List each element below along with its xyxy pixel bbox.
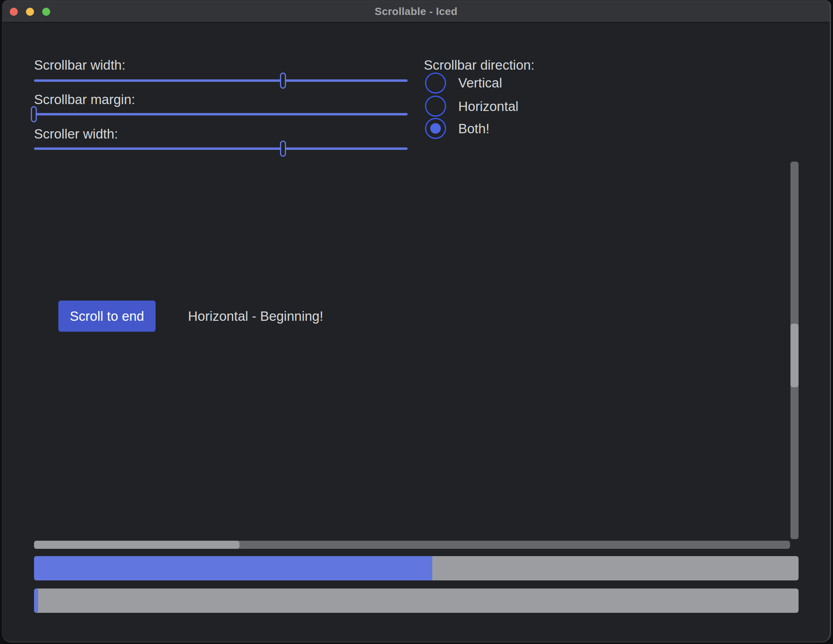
app-window: Scrollable - Iced Scrollbar width: Scrol… <box>2 0 831 642</box>
scroller-width-slider[interactable] <box>34 147 408 150</box>
radio-label-horizontal: Horizontal <box>458 99 519 114</box>
scroll-to-end-button[interactable]: Scroll to end <box>58 301 156 332</box>
scrollbar-margin-label: Scrollbar margin: <box>34 92 135 107</box>
radio-label-vertical: Vertical <box>458 75 502 91</box>
vertical-progress-bar <box>34 589 799 613</box>
scrollbar-direction-label: Scrollbar direction: <box>424 58 534 73</box>
scrollbar-margin-slider[interactable] <box>34 113 408 115</box>
horizontal-scrollbar-thumb[interactable] <box>34 541 239 549</box>
vertical-progress-fill <box>34 589 38 613</box>
scrollbar-width-slider[interactable] <box>34 79 408 82</box>
vertical-scrollbar-thumb[interactable] <box>790 324 799 387</box>
radio-label-both: Both! <box>458 121 489 136</box>
window-title: Scrollable - Iced <box>2 1 830 23</box>
horizontal-progress-bar <box>34 556 799 580</box>
radio-icon-horizontal[interactable] <box>425 96 446 117</box>
scrollbar-width-label: Scrollbar width: <box>34 58 126 73</box>
horizontal-scroll-status-text: Horizontal - Beginning! <box>188 309 323 324</box>
titlebar: Scrollable - Iced <box>2 1 830 23</box>
scroller-width-slider-handle[interactable] <box>280 141 286 157</box>
scrollbar-margin-slider-handle[interactable] <box>31 106 37 122</box>
vertical-scrollbar-track[interactable] <box>790 162 799 539</box>
radio-selected-dot <box>430 123 441 134</box>
scroller-width-label: Scroller width: <box>34 126 118 142</box>
horizontal-scrollbar-track[interactable] <box>34 541 790 549</box>
radio-icon-vertical[interactable] <box>425 73 446 94</box>
scrollbar-width-slider-handle[interactable] <box>280 73 286 89</box>
horizontal-progress-fill <box>34 556 432 580</box>
radio-icon-both-selected[interactable] <box>425 118 446 139</box>
